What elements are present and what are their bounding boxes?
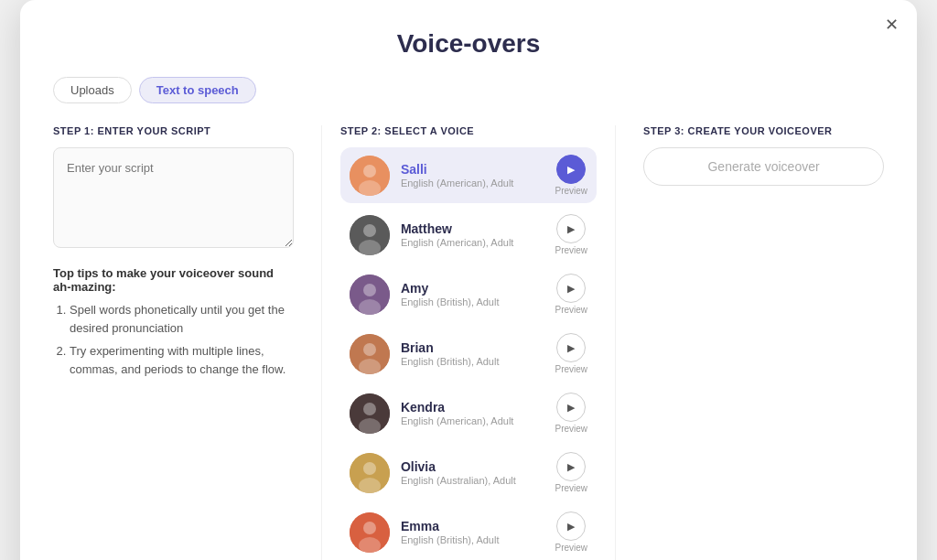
- avatar-salli: [350, 156, 390, 196]
- step2-panel: STEP 2: SELECT A VOICE Salli English (Am…: [321, 125, 616, 560]
- voice-item-kendra[interactable]: Kendra English (American), Adult ▶ Previ…: [340, 385, 597, 441]
- voice-item-salli[interactable]: Salli English (American), Adult ▶ Previe…: [340, 147, 597, 203]
- main-content: STEP 1: ENTER YOUR SCRIPT Top tips to ma…: [53, 125, 884, 560]
- tip-2: Try experimenting with multiple lines, c…: [70, 342, 294, 378]
- voice-info-emma: Emma English (British), Adult: [401, 519, 555, 545]
- voice-name-emma: Emma: [401, 519, 555, 533]
- preview-button-brian[interactable]: ▶ Preview: [555, 333, 588, 374]
- tab-bar: Uploads Text to speech: [53, 77, 884, 103]
- play-icon-matthew: ▶: [556, 214, 586, 243]
- voice-info-olivia: Olivia English (Australian), Adult: [401, 459, 555, 486]
- svg-point-1: [363, 165, 376, 178]
- voice-desc-amy: English (British), Adult: [401, 296, 555, 307]
- avatar-matthew: [350, 215, 390, 255]
- voice-info-amy: Amy English (British), Adult: [401, 281, 555, 307]
- voice-name-amy: Amy: [401, 281, 555, 296]
- preview-button-kendra[interactable]: ▶ Preview: [555, 393, 588, 434]
- voice-item-brian[interactable]: Brian English (British), Adult ▶ Preview: [340, 326, 597, 382]
- voice-desc-salli: English (American), Adult: [401, 178, 555, 188]
- generate-voiceover-button[interactable]: Generate voiceover: [643, 147, 884, 186]
- tips-list: Spell words phonetically until you get t…: [53, 301, 294, 378]
- script-input[interactable]: [53, 147, 294, 248]
- play-icon-brian: ▶: [556, 333, 586, 362]
- voice-info-matthew: Matthew English (American), Adult: [401, 221, 555, 248]
- step3-panel: STEP 3: CREATE YOUR VOICEOVER Generate v…: [616, 125, 884, 560]
- play-icon-amy: ▶: [556, 274, 586, 303]
- preview-button-olivia[interactable]: ▶ Preview: [555, 452, 588, 493]
- preview-label-kendra: Preview: [555, 424, 588, 434]
- avatar-brian: [350, 334, 390, 374]
- voice-name-kendra: Kendra: [401, 400, 555, 415]
- voice-list: Salli English (American), Adult ▶ Previe…: [340, 147, 597, 560]
- voice-item-emma[interactable]: Emma English (British), Adult ▶ Preview: [340, 504, 597, 560]
- tab-text-to-speech[interactable]: Text to speech: [139, 77, 256, 103]
- svg-point-4: [363, 224, 376, 237]
- modal-title: Voice-overs: [53, 29, 884, 59]
- voice-name-olivia: Olivia: [401, 459, 555, 474]
- avatar-amy: [350, 275, 390, 315]
- step1-panel: STEP 1: ENTER YOUR SCRIPT Top tips to ma…: [53, 125, 321, 560]
- play-icon-emma: ▶: [556, 512, 586, 541]
- voice-info-salli: Salli English (American), Adult: [401, 162, 555, 188]
- voice-name-matthew: Matthew: [401, 221, 555, 236]
- avatar-emma: [350, 512, 390, 553]
- svg-point-10: [363, 343, 376, 356]
- preview-button-matthew[interactable]: ▶ Preview: [555, 214, 588, 255]
- preview-button-amy[interactable]: ▶ Preview: [555, 274, 588, 315]
- preview-label-matthew: Preview: [555, 245, 588, 255]
- step3-label: STEP 3: CREATE YOUR VOICEOVER: [643, 125, 884, 136]
- avatar-olivia: [350, 453, 390, 493]
- voiceovers-modal: ✕ Voice-overs Uploads Text to speech STE…: [20, 0, 917, 560]
- tips-title: Top tips to make your voiceover sound ah…: [53, 266, 294, 294]
- voice-item-olivia[interactable]: Olivia English (Australian), Adult ▶ Pre…: [340, 445, 597, 501]
- tips-section: Top tips to make your voiceover sound ah…: [53, 266, 294, 378]
- preview-label-emma: Preview: [555, 543, 588, 553]
- tab-uploads[interactable]: Uploads: [53, 77, 132, 103]
- voice-info-brian: Brian English (British), Adult: [401, 340, 555, 367]
- play-icon-olivia: ▶: [556, 452, 586, 481]
- voice-desc-kendra: English (American), Adult: [401, 415, 555, 426]
- voice-info-kendra: Kendra English (American), Adult: [401, 400, 555, 426]
- svg-point-19: [363, 522, 376, 534]
- voice-desc-brian: English (British), Adult: [401, 356, 555, 367]
- voice-item-amy[interactable]: Amy English (British), Adult ▶ Preview: [340, 266, 597, 322]
- avatar-kendra: [350, 393, 390, 434]
- voice-name-brian: Brian: [401, 340, 555, 355]
- close-button[interactable]: ✕: [885, 15, 899, 35]
- voice-desc-matthew: English (American), Adult: [401, 237, 555, 248]
- play-icon-salli: ▶: [556, 155, 586, 184]
- voice-desc-olivia: English (Australian), Adult: [401, 475, 555, 486]
- step2-label: STEP 2: SELECT A VOICE: [340, 125, 597, 136]
- preview-button-emma[interactable]: ▶ Preview: [555, 512, 588, 553]
- step1-label: STEP 1: ENTER YOUR SCRIPT: [53, 125, 294, 136]
- voice-item-matthew[interactable]: Matthew English (American), Adult ▶ Prev…: [340, 207, 597, 263]
- preview-label-brian: Preview: [555, 364, 588, 374]
- tip-1: Spell words phonetically until you get t…: [70, 301, 294, 337]
- svg-point-16: [363, 462, 376, 475]
- voice-desc-emma: English (British), Adult: [401, 534, 555, 545]
- preview-button-salli[interactable]: ▶ Preview: [555, 155, 588, 196]
- play-icon-kendra: ▶: [556, 393, 586, 422]
- preview-label-olivia: Preview: [555, 483, 588, 493]
- svg-point-13: [363, 403, 376, 415]
- voice-name-salli: Salli: [401, 162, 555, 177]
- svg-point-7: [363, 284, 376, 296]
- preview-label-amy: Preview: [555, 305, 588, 315]
- preview-label-salli: Preview: [555, 186, 588, 196]
